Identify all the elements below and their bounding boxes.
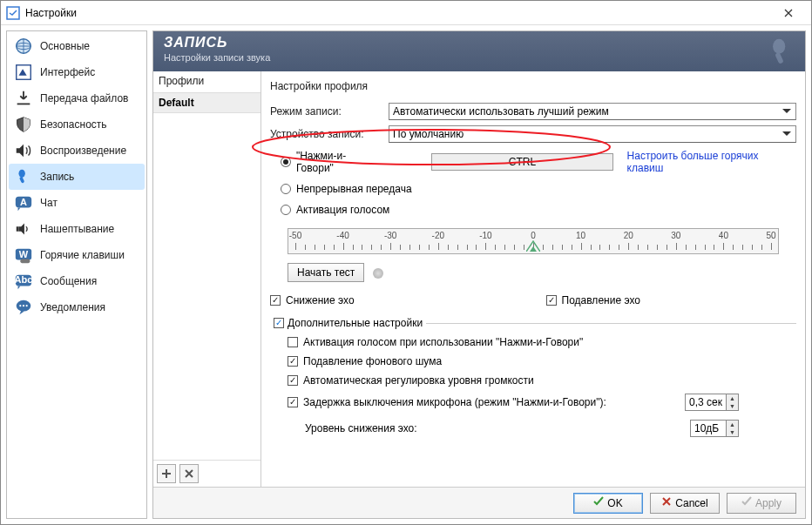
continuous-radio[interactable] (281, 184, 291, 194)
sidebar-item-hotkeys[interactable]: W Горячие клавиши (9, 242, 145, 268)
ruler-tick (581, 243, 582, 250)
additional-settings-legend: Дополнительные настройки (270, 317, 426, 329)
spinner-down-icon[interactable]: ▼ (726, 428, 738, 436)
svg-point-16 (26, 305, 28, 306)
vad-radio[interactable] (281, 205, 291, 215)
svg-text:Abc: Abc (15, 274, 33, 285)
capture-mode-value: Автоматически использовать лучший режим (393, 105, 609, 118)
additional-settings-checkbox[interactable] (274, 318, 284, 328)
vad-with-ptt-checkbox[interactable] (288, 337, 298, 347)
sidebar-item-label: Воспроизведение (40, 145, 126, 157)
ruler-minor-tick (572, 245, 572, 250)
echo-row: Снижение эхо Подавление эхо (270, 293, 796, 308)
ruler-minor-tick (591, 245, 592, 250)
settings-column: Настройки профиля Режим записи: Автомати… (261, 71, 805, 487)
speaker-icon (14, 141, 33, 160)
sidebar-item-general[interactable]: Основные (9, 33, 145, 59)
chevron-down-icon (780, 128, 794, 140)
ptt-radio-label: "Нажми-и-Говори" (296, 150, 382, 174)
ruler-minor-tick (371, 245, 372, 250)
content: Профили Default Настройк (153, 71, 805, 487)
echo-level-spinner[interactable]: 10дБ ▲ ▼ (690, 420, 739, 437)
agc-checkbox[interactable] (288, 375, 298, 386)
svg-point-14 (19, 305, 21, 306)
ruler-tick (390, 243, 391, 250)
sidebar-item-chat[interactable]: A Чат (9, 190, 145, 216)
app-icon (6, 6, 20, 20)
sidebar-item-label: Безопасность (40, 118, 107, 131)
ptt-delay-checkbox[interactable] (288, 397, 298, 407)
ok-button[interactable]: OK (573, 493, 643, 514)
ruler-minor-tick (552, 245, 553, 250)
ptt-delay-spinner[interactable]: 0,3 сек ▲ ▼ (685, 394, 739, 411)
sidebar-item-whisper[interactable]: Нашептывание (9, 216, 145, 242)
sidebar-item-capture[interactable]: Запись (9, 164, 145, 190)
ruler-minor-tick (524, 245, 524, 250)
svg-text:W: W (19, 249, 29, 259)
echo-level-label: Уровень снижения эхо: (305, 422, 417, 434)
ruler-minor-tick (514, 245, 515, 250)
sidebar-item-label: Интерфейс (40, 66, 95, 78)
apply-check-icon (741, 496, 752, 509)
ruler-minor-tick (609, 245, 610, 250)
more-hotkeys-link[interactable]: Настроить больше горячих клавиш (627, 150, 796, 174)
echo-reduce-checkbox-row: Снижение эхо (270, 293, 355, 308)
capture-device-dropdown[interactable]: По умолчанию (389, 125, 796, 143)
ruler-minor-tick (695, 245, 696, 250)
capture-mode-dropdown[interactable]: Автоматически использовать лучший режим (389, 103, 796, 120)
ruler-minor-tick (667, 245, 667, 250)
close-button[interactable] (771, 1, 806, 24)
chat-a-icon: A (14, 193, 33, 212)
ruler-tick-label: 40 (719, 231, 728, 240)
ruler-minor-tick (761, 245, 762, 250)
titlebar: Настройки (1, 1, 811, 25)
echo-level-value: 10дБ (691, 422, 726, 434)
ruler-tick-label: -10 (479, 231, 491, 240)
echo-cancel-checkbox[interactable] (546, 295, 557, 306)
continuous-radio-label: Непрерывная передача (296, 183, 412, 195)
settings-window: Настройки Основные Интерфейс Передача фа… (0, 0, 812, 525)
additional-settings-fieldset: Дополнительные настройки Активация голос… (270, 317, 796, 439)
spinner-up-icon[interactable]: ▲ (726, 394, 738, 402)
profile-item[interactable]: Default (153, 93, 261, 113)
vad-with-ptt-row: Активация голосом при использовании "Наж… (288, 334, 796, 350)
ruler-minor-tick (714, 245, 714, 250)
sidebar-item-messages[interactable]: Abc Сообщения (9, 268, 145, 294)
sidebar-item-security[interactable]: Безопасность (9, 111, 145, 138)
ruler-minor-tick (419, 245, 420, 250)
ruler-tick-label: -30 (384, 231, 396, 240)
ptt-hotkey-field[interactable]: CTRL (431, 153, 612, 171)
start-test-button[interactable]: Начать тест (288, 263, 364, 282)
ruler-minor-tick (381, 245, 382, 250)
slider-handle-icon[interactable] (526, 239, 540, 250)
vad-level-slider[interactable]: -50-40-30-20-1001020304050 (288, 228, 779, 254)
denoise-checkbox[interactable] (288, 356, 298, 367)
sidebar-item-filetransfer[interactable]: Передача файлов (9, 85, 145, 111)
ruler-minor-tick (305, 245, 306, 250)
agc-label: Автоматическая регулировка уровня громко… (303, 374, 534, 387)
add-profile-button[interactable] (157, 464, 176, 483)
spinner-up-icon[interactable]: ▲ (726, 421, 738, 428)
sidebar-item-notifications[interactable]: Уведомления (9, 294, 145, 320)
remove-profile-button[interactable] (179, 464, 199, 483)
page-title: ЗАПИСЬ (164, 35, 795, 50)
sidebar-item-label: Запись (40, 171, 74, 183)
continuous-row: Непрерывная передача (270, 181, 796, 197)
cancel-button[interactable]: Cancel (650, 493, 720, 514)
ruler-minor-tick (429, 245, 430, 250)
ruler-tick-label: -20 (432, 231, 444, 240)
ruler-minor-tick (638, 245, 639, 250)
sidebar-item-interface[interactable]: Интерфейс (9, 59, 145, 85)
ptt-radio[interactable] (281, 157, 291, 167)
capture-device-value: По умолчанию (393, 128, 464, 140)
agc-row: Автоматическая регулировка уровня громко… (288, 373, 796, 388)
ruler-minor-tick (733, 245, 734, 250)
profiles-heading: Профили (153, 71, 261, 92)
echo-reduce-checkbox[interactable] (270, 295, 281, 306)
sidebar-item-playback[interactable]: Воспроизведение (9, 138, 145, 164)
spinner-down-icon[interactable]: ▼ (726, 402, 738, 410)
vad-radio-label: Активация голосом (296, 204, 389, 216)
capture-device-row: Устройство записи: По умолчанию (270, 125, 796, 143)
apply-button[interactable]: Apply (727, 493, 796, 514)
ruler-minor-tick (562, 245, 563, 250)
